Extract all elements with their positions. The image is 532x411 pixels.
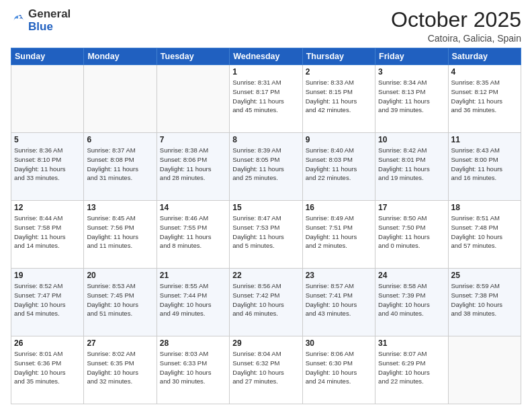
calendar-cell: 31Sunrise: 8:07 AM Sunset: 6:29 PM Dayli… xyxy=(375,336,448,404)
day-number: 15 xyxy=(232,203,299,212)
day-number: 17 xyxy=(378,203,445,212)
day-info: Sunrise: 8:53 AM Sunset: 7:45 PM Dayligh… xyxy=(87,281,153,318)
day-info: Sunrise: 8:02 AM Sunset: 6:35 PM Dayligh… xyxy=(87,349,153,386)
page: General Blue October 2025 Catoira, Galic… xyxy=(0,0,532,411)
calendar-cell: 22Sunrise: 8:56 AM Sunset: 7:42 PM Dayli… xyxy=(230,269,302,336)
day-info: Sunrise: 8:59 AM Sunset: 7:38 PM Dayligh… xyxy=(451,281,518,318)
calendar-cell xyxy=(84,65,157,133)
day-info: Sunrise: 8:58 AM Sunset: 7:39 PM Dayligh… xyxy=(378,281,445,318)
day-number: 2 xyxy=(306,67,372,77)
calendar-cell: 10Sunrise: 8:42 AM Sunset: 8:01 PM Dayli… xyxy=(375,133,448,201)
day-info: Sunrise: 8:34 AM Sunset: 8:13 PM Dayligh… xyxy=(378,78,445,115)
calendar-cell: 2Sunrise: 8:33 AM Sunset: 8:15 PM Daylig… xyxy=(302,65,375,133)
day-number: 9 xyxy=(306,135,372,144)
weekday-header-row: SundayMondayTuesdayWednesdayThursdayFrid… xyxy=(11,48,521,65)
day-info: Sunrise: 8:44 AM Sunset: 7:58 PM Dayligh… xyxy=(14,214,81,250)
calendar-cell: 4Sunrise: 8:35 AM Sunset: 8:12 PM Daylig… xyxy=(448,65,521,133)
logo-general: General xyxy=(28,7,71,20)
logo: General Blue xyxy=(11,8,71,33)
month-title: October 2025 xyxy=(391,8,521,32)
weekday-header-wednesday: Wednesday xyxy=(230,48,302,65)
day-number: 24 xyxy=(378,271,445,280)
day-info: Sunrise: 8:39 AM Sunset: 8:05 PM Dayligh… xyxy=(232,146,299,183)
calendar-week-2: 5Sunrise: 8:36 AM Sunset: 8:10 PM Daylig… xyxy=(11,133,521,201)
calendar-cell: 17Sunrise: 8:50 AM Sunset: 7:50 PM Dayli… xyxy=(375,201,448,269)
day-number: 23 xyxy=(306,271,372,280)
calendar-cell: 30Sunrise: 8:06 AM Sunset: 6:30 PM Dayli… xyxy=(302,336,375,404)
day-info: Sunrise: 8:56 AM Sunset: 7:42 PM Dayligh… xyxy=(232,281,299,318)
calendar-week-4: 19Sunrise: 8:52 AM Sunset: 7:47 PM Dayli… xyxy=(11,269,521,336)
day-number: 25 xyxy=(451,271,518,280)
day-info: Sunrise: 8:40 AM Sunset: 8:03 PM Dayligh… xyxy=(306,146,372,183)
day-number: 28 xyxy=(160,338,226,348)
calendar-cell: 14Sunrise: 8:46 AM Sunset: 7:55 PM Dayli… xyxy=(157,201,229,269)
calendar-cell: 3Sunrise: 8:34 AM Sunset: 8:13 PM Daylig… xyxy=(375,65,448,133)
day-number: 6 xyxy=(87,135,153,144)
day-number: 8 xyxy=(232,135,299,144)
calendar-cell: 1Sunrise: 8:31 AM Sunset: 8:17 PM Daylig… xyxy=(230,65,302,133)
calendar-cell xyxy=(448,336,521,404)
calendar-cell: 9Sunrise: 8:40 AM Sunset: 8:03 PM Daylig… xyxy=(302,133,375,201)
day-info: Sunrise: 8:47 AM Sunset: 7:53 PM Dayligh… xyxy=(232,214,299,250)
title-block: October 2025 Catoira, Galicia, Spain xyxy=(391,8,521,44)
day-info: Sunrise: 8:37 AM Sunset: 8:08 PM Dayligh… xyxy=(87,146,153,183)
calendar-cell: 8Sunrise: 8:39 AM Sunset: 8:05 PM Daylig… xyxy=(230,133,302,201)
weekday-header-friday: Friday xyxy=(375,48,448,65)
weekday-header-sunday: Sunday xyxy=(11,48,84,65)
day-info: Sunrise: 8:33 AM Sunset: 8:15 PM Dayligh… xyxy=(306,78,372,115)
calendar-cell: 21Sunrise: 8:55 AM Sunset: 7:44 PM Dayli… xyxy=(157,269,229,336)
calendar-week-3: 12Sunrise: 8:44 AM Sunset: 7:58 PM Dayli… xyxy=(11,201,521,269)
day-info: Sunrise: 8:51 AM Sunset: 7:48 PM Dayligh… xyxy=(451,214,518,250)
day-info: Sunrise: 8:57 AM Sunset: 7:41 PM Dayligh… xyxy=(306,281,372,318)
calendar-cell: 6Sunrise: 8:37 AM Sunset: 8:08 PM Daylig… xyxy=(84,133,157,201)
day-number: 26 xyxy=(14,338,81,348)
day-number: 27 xyxy=(87,338,153,348)
day-number: 7 xyxy=(160,135,226,144)
calendar-cell: 16Sunrise: 8:49 AM Sunset: 7:51 PM Dayli… xyxy=(302,201,375,269)
calendar-cell: 23Sunrise: 8:57 AM Sunset: 7:41 PM Dayli… xyxy=(302,269,375,336)
calendar-cell: 5Sunrise: 8:36 AM Sunset: 8:10 PM Daylig… xyxy=(11,133,84,201)
day-info: Sunrise: 8:45 AM Sunset: 7:56 PM Dayligh… xyxy=(87,214,153,250)
day-number: 1 xyxy=(232,67,299,77)
calendar-cell: 18Sunrise: 8:51 AM Sunset: 7:48 PM Dayli… xyxy=(448,201,521,269)
calendar-week-5: 26Sunrise: 8:01 AM Sunset: 6:36 PM Dayli… xyxy=(11,336,521,404)
day-info: Sunrise: 8:03 AM Sunset: 6:33 PM Dayligh… xyxy=(160,349,226,386)
logo-text: General Blue xyxy=(28,8,71,33)
calendar-cell: 29Sunrise: 8:04 AM Sunset: 6:32 PM Dayli… xyxy=(230,336,302,404)
calendar-cell: 25Sunrise: 8:59 AM Sunset: 7:38 PM Dayli… xyxy=(448,269,521,336)
calendar-cell xyxy=(11,65,84,133)
weekday-header-tuesday: Tuesday xyxy=(157,48,229,65)
day-number: 18 xyxy=(451,203,518,212)
top-section: General Blue October 2025 Catoira, Galic… xyxy=(11,8,521,44)
day-info: Sunrise: 8:31 AM Sunset: 8:17 PM Dayligh… xyxy=(232,78,299,115)
weekday-header-saturday: Saturday xyxy=(448,48,521,65)
day-number: 29 xyxy=(232,338,299,348)
calendar-cell: 13Sunrise: 8:45 AM Sunset: 7:56 PM Dayli… xyxy=(84,201,157,269)
calendar-cell: 19Sunrise: 8:52 AM Sunset: 7:47 PM Dayli… xyxy=(11,269,84,336)
day-info: Sunrise: 8:43 AM Sunset: 8:00 PM Dayligh… xyxy=(451,146,518,183)
calendar-week-1: 1Sunrise: 8:31 AM Sunset: 8:17 PM Daylig… xyxy=(11,65,521,133)
calendar-cell xyxy=(157,65,229,133)
day-number: 19 xyxy=(14,271,81,280)
day-info: Sunrise: 8:36 AM Sunset: 8:10 PM Dayligh… xyxy=(14,146,81,183)
calendar-cell: 15Sunrise: 8:47 AM Sunset: 7:53 PM Dayli… xyxy=(230,201,302,269)
calendar-cell: 7Sunrise: 8:38 AM Sunset: 8:06 PM Daylig… xyxy=(157,133,229,201)
day-number: 13 xyxy=(87,203,153,212)
day-number: 30 xyxy=(306,338,372,348)
day-info: Sunrise: 8:52 AM Sunset: 7:47 PM Dayligh… xyxy=(14,281,81,318)
logo-bird-icon xyxy=(11,13,26,28)
day-info: Sunrise: 8:50 AM Sunset: 7:50 PM Dayligh… xyxy=(378,214,445,250)
day-number: 22 xyxy=(232,271,299,280)
day-info: Sunrise: 8:04 AM Sunset: 6:32 PM Dayligh… xyxy=(232,349,299,386)
day-number: 5 xyxy=(14,135,81,144)
calendar-cell: 11Sunrise: 8:43 AM Sunset: 8:00 PM Dayli… xyxy=(448,133,521,201)
calendar-cell: 26Sunrise: 8:01 AM Sunset: 6:36 PM Dayli… xyxy=(11,336,84,404)
calendar-cell: 24Sunrise: 8:58 AM Sunset: 7:39 PM Dayli… xyxy=(375,269,448,336)
weekday-header-monday: Monday xyxy=(84,48,157,65)
day-number: 21 xyxy=(160,271,226,280)
day-info: Sunrise: 8:06 AM Sunset: 6:30 PM Dayligh… xyxy=(306,349,372,386)
day-number: 20 xyxy=(87,271,153,280)
day-info: Sunrise: 8:01 AM Sunset: 6:36 PM Dayligh… xyxy=(14,349,81,386)
day-number: 4 xyxy=(451,67,518,77)
day-number: 16 xyxy=(306,203,372,212)
